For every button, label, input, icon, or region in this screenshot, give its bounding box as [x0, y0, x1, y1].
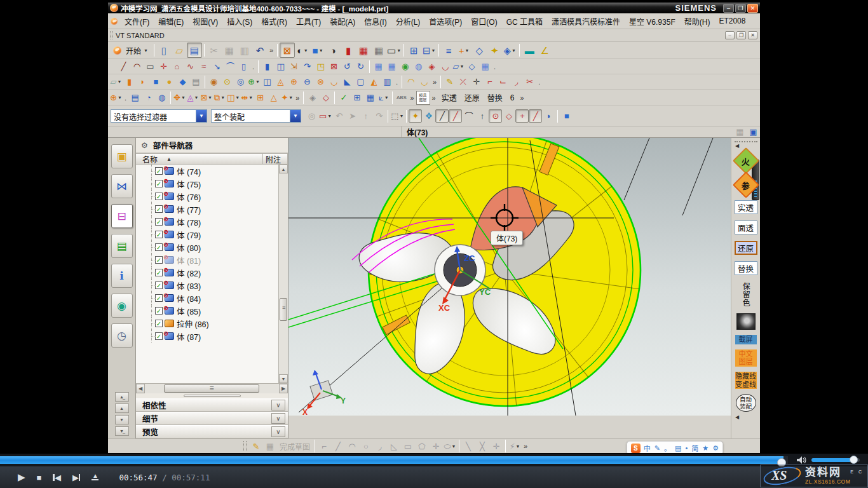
grid-snap-icon[interactable]: ⊠ [280, 43, 295, 58]
next-button[interactable]: ▶ [72, 473, 81, 482]
edge-blend-icon[interactable]: ◡ [327, 75, 341, 88]
wcs-orient-icon[interactable]: +▼ [456, 43, 471, 58]
tube-icon[interactable]: ◡ [417, 75, 431, 88]
tree-item-4[interactable]: ✓体 (78) [136, 215, 278, 228]
selection-filter-combo[interactable]: 没有选择过滤器 ▼ [111, 109, 207, 123]
overflow-dot-icon[interactable]: . [536, 78, 542, 86]
tree-item-9[interactable]: ✓体 (83) [136, 279, 278, 292]
checkbox[interactable]: ✓ [155, 307, 163, 315]
csys-tool-icon[interactable]: ⟀▼ [377, 91, 390, 104]
patch-icon[interactable]: ▱▼ [452, 60, 465, 73]
ime-item-6[interactable]: ★ [702, 444, 709, 452]
ruled-surface-icon[interactable]: ▦ [372, 60, 385, 73]
view-style-icon[interactable]: ◈▼ [502, 43, 517, 58]
menu-item-12[interactable]: 潇洒模具汽模标准件 [547, 14, 625, 29]
volume-handle[interactable] [850, 456, 858, 464]
bridge-curve-icon[interactable]: ⌒ [224, 60, 237, 73]
chevron-down-icon[interactable]: ∨ [271, 400, 285, 410]
polygon-tool-icon[interactable]: ⬠ [415, 440, 429, 452]
align-component-icon[interactable]: ⇹▼ [240, 91, 254, 104]
project-curve-icon[interactable]: ↘ [210, 60, 224, 73]
shaded-view-icon[interactable]: ◐▼ [295, 43, 310, 58]
studio-spline-icon[interactable]: ∿ [184, 60, 197, 73]
overflow-dot-icon[interactable]: . [492, 63, 498, 71]
sketch-curve-icon[interactable]: ✎ [443, 75, 456, 88]
overflow-dot-icon[interactable]: . [250, 63, 256, 71]
solid-translucent-button[interactable]: 实透 [735, 200, 757, 214]
n-sided-surface-icon[interactable]: ◍ [412, 60, 425, 73]
coil-icon[interactable]: ◔ [142, 91, 155, 104]
close-button[interactable]: ✕ [747, 4, 758, 13]
move-component-icon[interactable]: ⊕▼ [109, 91, 123, 104]
copy-component-icon[interactable]: ⧉▼ [213, 91, 226, 104]
swept-icon[interactable]: ◉ [398, 60, 412, 73]
make-corner-tool-icon[interactable]: ✛ [489, 440, 503, 452]
ime-item-5[interactable]: 简 [691, 443, 698, 453]
crossing-icon[interactable]: ⤫ [456, 75, 470, 88]
checkbox[interactable]: ✓ [155, 193, 163, 200]
menu-item-4[interactable]: 格式(R) [257, 14, 292, 29]
hidden-line-dashed-button[interactable]: 隐藏线变虚线 [735, 372, 757, 389]
resource-tab-hd3d-tools[interactable]: ℹ [111, 264, 133, 288]
section-2[interactable]: 预览∨ [136, 425, 288, 438]
scroll-up-icon[interactable]: ▲ [279, 165, 288, 173]
extrude-icon[interactable]: ▮ [123, 75, 136, 88]
point-icon[interactable]: ✛ [157, 60, 170, 73]
edit-param-icon[interactable]: ◳ [314, 60, 327, 73]
chevron-down-icon[interactable]: ▼ [290, 110, 301, 122]
studio-surface-icon[interactable]: ◈ [425, 60, 438, 73]
sheet-surface-icon[interactable]: ◇ [319, 91, 332, 104]
mdi-minimize-button[interactable]: – [725, 31, 735, 39]
checkbox[interactable]: ✓ [155, 180, 163, 187]
quadrant-point-icon[interactable]: ◇ [502, 109, 515, 123]
overflow-chevron-icon[interactable]: » [431, 78, 438, 86]
checkbox[interactable]: ✓ [155, 218, 163, 226]
resource-tab-web-browser[interactable]: ◉ [111, 294, 133, 318]
refresh-curve-icon[interactable]: ↷ [301, 60, 314, 73]
fillet-tool-icon[interactable]: ◞ [373, 440, 387, 452]
profile-tool-icon[interactable]: ⌐ [317, 440, 331, 452]
replace-face-icon[interactable]: ↺ [341, 60, 354, 73]
clip-section-icon[interactable]: ▦ [356, 43, 371, 58]
measure-body-icon[interactable]: ◫ [274, 60, 287, 73]
delete-component-icon[interactable]: ⊠▼ [200, 91, 213, 104]
assembly-constraint-icon[interactable]: ◬▼ [186, 91, 200, 104]
stack-icon[interactable]: ▤ [189, 75, 203, 88]
mid-point-icon[interactable]: ╱ [449, 109, 462, 123]
ime-toolbar[interactable]: S 中✎。▤•简★⚙ [627, 441, 723, 453]
family-table-icon[interactable]: ▦ [363, 91, 377, 104]
replace-button[interactable]: 替换 [735, 261, 757, 275]
overflow-chevron-icon[interactable]: » [518, 94, 526, 102]
point-on-face-icon[interactable]: ◗ [542, 109, 555, 123]
menu-item-13[interactable]: 星空 V6.935F [625, 14, 680, 29]
overflow-dot-icon[interactable]: . [394, 78, 400, 86]
joined-curve-icon[interactable]: ▯ [237, 60, 250, 73]
auto-assemble-button[interactable]: 自动装配 [736, 394, 756, 412]
tree-item-13[interactable]: ✓体 (87) [136, 330, 278, 342]
sketch-active-icon[interactable]: ✎ [249, 440, 263, 452]
resource-tab-reuse-library[interactable]: ▤ [111, 234, 133, 258]
vertical-scrollbar[interactable]: ▲ ▼ [278, 165, 288, 383]
hole-icon[interactable]: ◉ [207, 75, 220, 88]
pocket-icon[interactable]: ◎ [234, 75, 247, 88]
strip-grip[interactable] [735, 141, 757, 142]
emboss-icon[interactable]: ◫ [261, 75, 274, 88]
scroll-right-icon[interactable]: ▶ [279, 384, 288, 393]
scrollbar-thumb[interactable]: ☰ [164, 384, 259, 393]
tree-item-10[interactable]: ✓体 (84) [136, 292, 278, 304]
column-name[interactable]: 名称▲ [136, 154, 263, 164]
play-button[interactable]: ▶ [18, 471, 25, 483]
tree-item-1[interactable]: ✓体 (75) [136, 177, 278, 190]
shitou-button[interactable]: 实透 [438, 90, 461, 105]
deform-surface-icon[interactable]: ◈ [306, 91, 319, 104]
menu-item-0[interactable]: 文件(F) [120, 14, 154, 29]
through-curves-icon[interactable]: ▦ [385, 60, 398, 73]
menu-item-8[interactable]: 分析(L) [391, 14, 425, 29]
screenshot-button[interactable]: 截屏 [735, 335, 757, 344]
overflow-chevron-icon[interactable]: » [268, 46, 275, 54]
static-wireframe-icon[interactable]: ■▼ [310, 43, 325, 58]
scroll-down-icon[interactable]: ▼ [279, 374, 288, 383]
collapse-left-icon[interactable]: ◀ [735, 143, 739, 149]
datum-glyph-icon[interactable]: ◇ [471, 43, 487, 58]
tree-item-3[interactable]: ✓体 (77) [136, 203, 278, 215]
